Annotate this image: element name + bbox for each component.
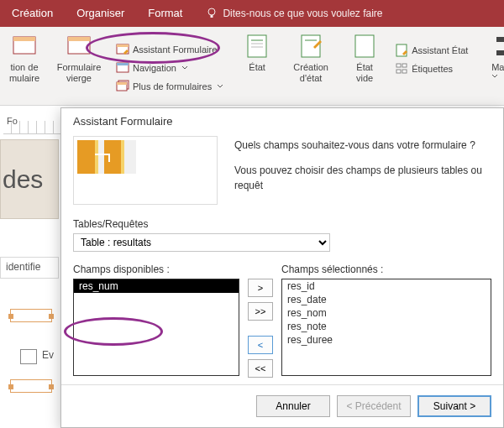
field-label-fragment: identifie bbox=[0, 257, 59, 279]
report-wizard-icon bbox=[395, 44, 408, 57]
svg-rect-7 bbox=[117, 44, 129, 47]
form-tab-fragment: Fo bbox=[7, 116, 18, 126]
list-item[interactable]: res_num bbox=[74, 279, 239, 293]
etat-button[interactable]: État bbox=[240, 30, 274, 73]
move-add-all-button[interactable]: >> bbox=[248, 302, 273, 321]
tables-queries-select[interactable]: Table : resultats bbox=[73, 233, 330, 252]
chevron-down-icon bbox=[217, 83, 223, 90]
wizard-preview-image bbox=[77, 140, 136, 174]
ribbon: tion demulaire Formulairevierge Assistan… bbox=[0, 27, 504, 106]
blank-report-icon bbox=[350, 32, 379, 60]
blank-form-icon bbox=[65, 32, 93, 60]
previous-button: < Précédent bbox=[337, 395, 411, 417]
assistant-formulaire-label: Assistant Formulaire bbox=[133, 44, 217, 55]
control-outline bbox=[10, 309, 52, 322]
etiquettes-button[interactable]: Étiquettes bbox=[391, 60, 471, 77]
control-outline bbox=[10, 379, 52, 393]
assistant-etat-label: Assistant État bbox=[412, 45, 468, 55]
more-forms-label: Plus de formulaires bbox=[133, 81, 212, 91]
available-fields-list[interactable]: res_num bbox=[73, 279, 239, 376]
selected-fields-list[interactable]: res_idres_dateres_nomres_noteres_duree bbox=[281, 279, 491, 376]
list-item[interactable]: res_duree bbox=[282, 333, 491, 347]
list-item[interactable]: res_id bbox=[282, 279, 491, 293]
svg-rect-9 bbox=[117, 63, 129, 65]
etat-label: État bbox=[249, 62, 265, 73]
field-label-fragment: Ev bbox=[42, 349, 54, 361]
etat-vide-button[interactable]: Étatvide bbox=[348, 30, 381, 84]
control-icon bbox=[20, 349, 37, 364]
wizard-preview bbox=[73, 136, 218, 205]
tab-creation[interactable]: Création bbox=[0, 0, 65, 27]
svg-rect-22 bbox=[402, 64, 407, 67]
list-item[interactable]: res_nom bbox=[282, 306, 491, 320]
lightbulb-icon bbox=[206, 8, 218, 19]
svg-rect-1 bbox=[211, 15, 213, 18]
intro-line: Vous pouvez choisir des champs de plusie… bbox=[234, 163, 491, 193]
svg-rect-3 bbox=[13, 37, 35, 41]
tell-me-label: Dites-nous ce que vous voulez faire bbox=[223, 0, 382, 27]
move-remove-all-button[interactable]: << bbox=[248, 359, 273, 378]
label-part: État bbox=[356, 62, 373, 72]
svg-rect-23 bbox=[396, 70, 401, 73]
labels-icon bbox=[395, 62, 408, 76]
formulaire-vierge-button[interactable]: Formulairevierge bbox=[55, 30, 102, 84]
report-design-icon bbox=[297, 32, 325, 60]
next-button[interactable]: Suivant > bbox=[417, 395, 491, 417]
selected-fields-label: Champs sélectionnés : bbox=[281, 264, 491, 275]
assistant-etat-button[interactable]: Assistant État bbox=[391, 42, 471, 59]
move-remove-button[interactable]: < bbox=[248, 336, 273, 354]
navigation-icon bbox=[116, 61, 129, 75]
macro-icon bbox=[490, 32, 504, 60]
move-add-button[interactable]: > bbox=[248, 279, 273, 297]
form-wizard-dialog: Assistant Formulaire Quels champs souhai… bbox=[60, 107, 504, 428]
creation-mulaire-button[interactable]: tion demulaire bbox=[7, 30, 42, 84]
intro-line: Quels champs souhaitez-vous dans votre f… bbox=[234, 138, 491, 153]
svg-rect-12 bbox=[117, 82, 127, 85]
label-part: vierge bbox=[66, 73, 92, 83]
label-part: mulaire bbox=[9, 73, 39, 83]
more-forms-icon bbox=[116, 80, 129, 93]
navigation-label: Navigation bbox=[133, 63, 176, 73]
label-part: Création bbox=[293, 62, 328, 72]
etiquettes-label: Étiquettes bbox=[412, 64, 453, 74]
svg-rect-24 bbox=[402, 70, 407, 73]
tab-format[interactable]: Format bbox=[136, 0, 194, 27]
form-header-fragment: des bbox=[0, 139, 59, 219]
wizard-intro: Quels champs souhaitez-vous dans votre f… bbox=[234, 136, 491, 205]
creation-etat-button[interactable]: Créationd'état bbox=[287, 30, 334, 84]
macro-button[interactable]: Macro bbox=[485, 30, 504, 80]
form-wizard-icon bbox=[116, 43, 129, 56]
list-item[interactable]: res_date bbox=[282, 293, 491, 306]
cancel-button[interactable]: Annuler bbox=[256, 395, 330, 417]
ribbon-tabs: Création Organiser Format Dites-nous ce … bbox=[0, 0, 504, 27]
svg-rect-21 bbox=[396, 64, 401, 67]
label-part: Formulaire bbox=[57, 62, 102, 72]
form-icon bbox=[10, 32, 39, 60]
report-icon bbox=[243, 32, 271, 60]
dialog-title: Assistant Formulaire bbox=[61, 108, 503, 136]
tables-queries-label: Tables/Requêtes bbox=[73, 218, 491, 230]
svg-point-0 bbox=[208, 8, 215, 15]
chevron-down-icon bbox=[181, 65, 188, 71]
label-part: vide bbox=[356, 73, 373, 83]
plus-de-formulaires-button[interactable]: Plus de formulaires bbox=[113, 78, 227, 95]
label-part: d'état bbox=[300, 73, 323, 83]
assistant-formulaire-button[interactable]: Assistant Formulaire bbox=[113, 41, 227, 58]
label-part: tion de bbox=[10, 62, 38, 72]
svg-rect-13 bbox=[248, 35, 266, 57]
chevron-down-icon bbox=[491, 73, 498, 80]
svg-rect-5 bbox=[68, 37, 90, 41]
tell-me-box[interactable]: Dites-nous ce que vous voulez faire bbox=[194, 0, 394, 27]
list-item[interactable]: res_note bbox=[282, 320, 491, 333]
svg-rect-19 bbox=[355, 35, 374, 57]
svg-rect-20 bbox=[396, 44, 407, 56]
available-fields-label: Champs disponibles : bbox=[73, 264, 239, 275]
tab-organiser[interactable]: Organiser bbox=[65, 0, 136, 27]
macro-label: Macro bbox=[491, 62, 504, 72]
navigation-button[interactable]: Navigation bbox=[113, 60, 227, 76]
